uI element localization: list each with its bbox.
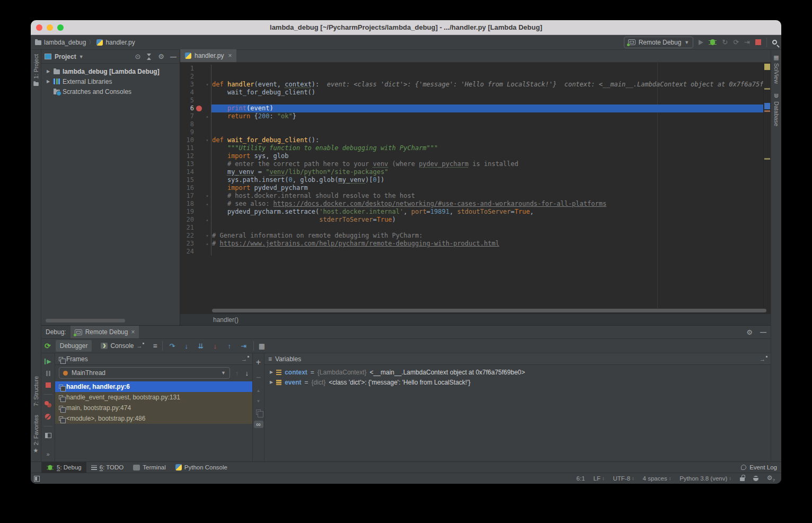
line-number[interactable]: 17 (180, 192, 194, 200)
line-number[interactable]: 12 (180, 152, 194, 160)
code-line[interactable]: 14 my_venv = "venv/lib/python*/site-pack… (180, 168, 763, 176)
line-number[interactable]: 14 (180, 168, 194, 176)
frame-row[interactable]: <module>, bootstrap.py:486 (55, 413, 252, 424)
code-line[interactable]: 24 (180, 248, 763, 256)
sidebar-item-database[interactable]: ⋓ Database (773, 88, 780, 130)
fold-marker[interactable]: ▾ (204, 81, 211, 89)
code-area[interactable]: 123▾def handler(event, context): event: … (180, 63, 771, 308)
move-up-icon[interactable]: ▲ (257, 388, 261, 393)
line-number[interactable]: 19 (180, 208, 194, 216)
debug-session-tab[interactable]: Remote Debug × (70, 326, 139, 338)
fold-marker[interactable]: ▾ (204, 136, 211, 144)
pause-button[interactable] (46, 371, 50, 376)
code-line[interactable]: 12 import sys, glob (180, 152, 763, 160)
step-into-button[interactable]: ↓ (182, 342, 191, 350)
project-tree-item[interactable]: ▶External Libraries (41, 76, 180, 86)
search-everywhere-icon[interactable] (772, 40, 777, 45)
fold-marker[interactable]: ▴ (204, 216, 211, 224)
editor-breadcrumb[interactable]: handler() (180, 313, 771, 325)
code-line[interactable]: 18▴ # see also: https://docs.docker.com/… (180, 200, 763, 208)
chevron-right-icon[interactable]: ▶ (270, 380, 273, 385)
project-horizontal-scrollbar[interactable] (46, 319, 125, 322)
code-line[interactable]: 11 """Utility function to enable debuggi… (180, 144, 763, 152)
line-number[interactable]: 9 (180, 128, 194, 136)
breakpoint-dot[interactable] (194, 104, 204, 112)
coverage-button[interactable]: ↻ (722, 38, 728, 46)
code-line[interactable]: 15 sys.path.insert(0, glob.glob(my_venv)… (180, 176, 763, 184)
sidebar-item-sciview[interactable]: ▦ SciView (773, 50, 780, 88)
tool-window-tab-6-todo[interactable]: 6: TODO (86, 462, 129, 473)
chevron-right-icon[interactable]: ▶ (46, 69, 51, 74)
fold-marker[interactable]: ▾ (204, 192, 211, 200)
force-step-into-button[interactable]: ⇊ (196, 342, 206, 350)
chevron-right-icon[interactable]: ▶ (270, 370, 273, 374)
line-number[interactable]: 5 (180, 97, 194, 104)
status-item[interactable]: Python 3.8 (venv)↕ (679, 475, 731, 482)
warning-stripe[interactable] (764, 110, 770, 112)
fold-marker[interactable]: ▴ (204, 240, 211, 248)
line-number[interactable]: 10 (180, 136, 194, 144)
code-line[interactable]: 3▾def handler(event, context): event: <c… (180, 81, 763, 89)
line-number[interactable]: 2 (180, 73, 194, 81)
status-item[interactable]: LF↕ (594, 475, 605, 482)
run-with-options-button[interactable]: ⇥ (744, 38, 750, 46)
zoom-window-button[interactable] (57, 24, 64, 31)
warning-stripe[interactable] (764, 88, 770, 90)
tool-window-tab-python-console[interactable]: Python Console (171, 462, 232, 473)
line-number[interactable]: 7 (180, 112, 194, 120)
rerun-debug-icon[interactable]: ⟳ (45, 342, 51, 350)
line-number[interactable]: 3 (180, 81, 194, 89)
thread-select[interactable]: MainThread ▼ (59, 367, 230, 379)
sidebar-item-project[interactable]: 1: Project (33, 50, 39, 91)
code-line[interactable]: 5 (180, 97, 763, 104)
line-number[interactable]: 20 (180, 216, 194, 224)
mute-breakpoints-icon[interactable] (45, 414, 51, 420)
breadcrumb-file[interactable]: handler.py (105, 39, 135, 46)
line-number[interactable]: 15 (180, 176, 194, 184)
duplicate-watch-icon[interactable] (256, 409, 261, 415)
inspection-indicator[interactable] (764, 64, 770, 70)
tab-debugger[interactable]: Debugger (56, 340, 92, 352)
close-window-button[interactable] (36, 24, 42, 31)
code-line[interactable]: 22▾# General information on remote debug… (180, 232, 763, 240)
code-line[interactable]: 6 print(event) (180, 104, 763, 112)
editor-tab-handler[interactable]: handler.py × (180, 49, 236, 62)
step-out-of-block-button[interactable]: ↓ (210, 342, 220, 350)
evaluate-expression-icon[interactable]: ▦ (259, 342, 265, 350)
step-out-button[interactable]: ↑ (225, 342, 234, 350)
step-over-button[interactable]: ↷ (167, 342, 177, 350)
debug-button[interactable] (710, 39, 715, 45)
view-breakpoints-icon[interactable] (45, 401, 49, 405)
minimize-window-button[interactable] (47, 24, 53, 31)
project-tree-item[interactable]: ▶lambda_debug [Lambda Debug] (41, 66, 180, 76)
code-line[interactable]: 10▾def wait_for_debug_client(): (180, 136, 763, 144)
sidebar-item-structure[interactable]: 7: Structure (33, 372, 39, 411)
pin-icon[interactable]: → (760, 356, 765, 362)
variable-row[interactable]: ▶context={LambdaContext}<__main__.Lambda… (264, 367, 771, 377)
line-number[interactable]: 24 (180, 248, 194, 256)
ide-status-icon[interactable]: ⚙ (767, 474, 775, 483)
line-number[interactable]: 6 (180, 104, 194, 112)
code-line[interactable]: 4 wait_for_debug_client() (180, 89, 763, 97)
profiler-button[interactable]: ⟳ (733, 38, 739, 46)
code-line[interactable]: 8 (180, 120, 763, 128)
layout-options-icon[interactable]: ≡ (153, 342, 157, 350)
frame-row[interactable]: handler, handler.py:6 (55, 381, 252, 392)
tool-window-tab-terminal[interactable]: Terminal (128, 462, 170, 473)
remove-watch-icon[interactable]: − (256, 373, 261, 382)
tool-window-switcher-icon[interactable] (34, 476, 40, 482)
code-line[interactable]: 7▴ return {200: "ok"} (180, 112, 763, 120)
previous-frame-icon[interactable]: ↑ (235, 369, 239, 377)
warning-stripe[interactable] (764, 158, 770, 160)
run-configuration-select[interactable]: Remote Debug ▼ (624, 37, 694, 48)
event-log-button[interactable]: Event Log (741, 464, 777, 470)
move-down-icon[interactable]: ▼ (257, 399, 261, 404)
line-number[interactable]: 22 (180, 232, 194, 240)
fold-marker[interactable]: ▴ (204, 112, 211, 120)
collapse-all-icon[interactable] (146, 54, 152, 60)
code-line[interactable]: 13 # enter the correct path here to your… (180, 160, 763, 168)
line-number[interactable]: 11 (180, 144, 194, 152)
locate-file-icon[interactable]: ⊙ (135, 53, 140, 60)
sidebar-item-favorites[interactable]: 2: Favorites ★ (33, 411, 39, 461)
code-line[interactable]: 9 (180, 128, 763, 136)
